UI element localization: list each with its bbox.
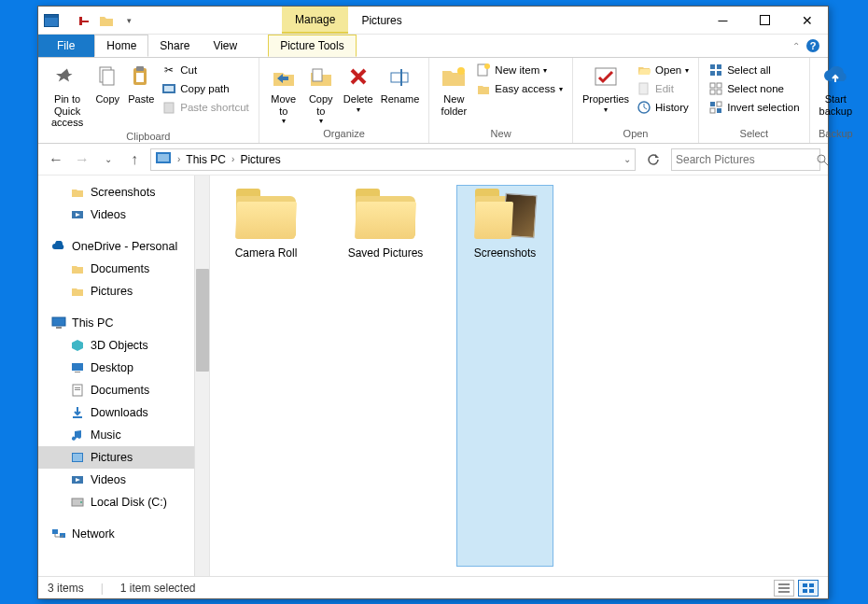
rename-button[interactable]: Rename [377,60,424,107]
nav-onedrive[interactable]: OneDrive - Personal [38,235,209,258]
tab-share[interactable]: Share [148,35,202,57]
svg-rect-18 [400,69,402,86]
svg-rect-11 [136,66,144,71]
nav-forward-button[interactable]: → [72,149,92,170]
qat-dropdown-icon[interactable]: ▾ [119,11,138,30]
nav-onedrive-pictures[interactable]: Pictures [38,280,209,302]
nav-pictures[interactable]: Pictures [38,446,209,469]
cut-button[interactable]: ✂Cut [160,62,251,78]
group-label-new: New [435,128,567,143]
folder-screenshots[interactable]: Screenshots [456,185,553,567]
qat-properties-icon[interactable] [75,11,93,30]
status-selected-count: 1 item selected [120,582,196,595]
select-none-button[interactable]: Select none [707,80,801,97]
svg-point-21 [484,63,490,69]
folder-camera-roll[interactable]: Camera Roll [217,185,315,567]
tab-file[interactable]: File [38,35,94,57]
desktop-icon [70,360,85,375]
select-all-button[interactable]: Select all [707,62,801,78]
nav-quick-folder[interactable]: Screenshots [38,181,209,204]
nav-desktop[interactable]: Desktop [38,357,209,379]
nav-this-pc[interactable]: This PC [38,312,209,334]
documents-icon [70,383,85,398]
search-input[interactable] [676,153,816,166]
history-button[interactable]: History [635,99,691,116]
search-icon[interactable] [816,153,829,166]
svg-point-53 [80,501,82,503]
context-tab-manage[interactable]: Manage [282,7,348,34]
nav-documents[interactable]: Documents [38,379,209,401]
address-dropdown-icon[interactable]: ⌄ [622,154,633,164]
crumb-this-pc[interactable]: This PC [182,153,230,166]
close-button[interactable]: ✕ [786,7,828,34]
minimize-button[interactable]: ─ [702,7,744,34]
move-to-button[interactable]: Move to▾ [265,60,302,127]
nav-videos[interactable]: Videos [38,469,209,491]
nav-network[interactable]: Network [38,523,209,545]
svg-rect-62 [809,589,814,593]
ribbon-group-backup: Start backup Backup [810,58,861,143]
help-icon[interactable]: ? [805,38,820,53]
easy-access-button[interactable]: Easy access ▾ [474,80,565,97]
new-item-button[interactable]: New item ▾ [474,62,565,78]
svg-text:?: ? [810,40,817,51]
nav-3d-objects[interactable]: 3D Objects [38,334,209,357]
svg-rect-48 [73,416,82,418]
tab-home[interactable]: Home [94,35,148,57]
group-label-organize: Organize [265,128,424,143]
videos-icon [70,207,85,222]
delete-button[interactable]: Delete▾ [340,60,377,116]
svg-rect-4 [79,17,82,25]
svg-rect-25 [710,64,715,69]
item-label: Saved Pictures [348,246,424,260]
chevron-right-icon[interactable]: › [175,154,182,164]
qat-folder-icon[interactable] [97,11,116,30]
tab-picture-tools[interactable]: Picture Tools [268,35,356,57]
ribbon-group-select: Select all Select none Invert selection … [699,58,809,143]
ribbon-group-new: New folder New item ▾ Easy access ▾ New [429,58,573,143]
chevron-right-icon[interactable]: › [230,154,236,164]
start-backup-button[interactable]: Start backup [816,60,856,119]
pin-to-quick-access-button[interactable]: Pin to Quick access [44,60,91,131]
copy-button[interactable]: Copy [91,60,124,107]
ribbon-collapse[interactable]: ⌃ ? [785,35,828,57]
navigation-pane[interactable]: Screenshots Videos OneDrive - Personal D… [38,176,210,576]
new-folder-button[interactable]: New folder [435,60,472,119]
svg-rect-31 [710,90,715,94]
properties-button[interactable]: Properties▾ [579,60,633,116]
nav-up-button[interactable]: ↑ [124,149,145,170]
svg-rect-32 [717,90,721,94]
breadcrumb[interactable]: › This PC › Pictures ⌄ [150,148,636,171]
paste-button[interactable]: Paste [124,60,158,107]
nav-local-disk[interactable]: Local Disk (C:) [38,491,209,513]
invert-selection-button[interactable]: Invert selection [707,99,801,116]
view-large-icons-button[interactable] [798,580,819,597]
svg-rect-56 [778,583,790,585]
nav-onedrive-documents[interactable]: Documents [38,258,209,280]
item-view[interactable]: Camera Roll Saved Pictures Screenshots [210,176,828,576]
easy-access-icon [476,81,491,96]
folder-icon [472,189,538,241]
nav-music[interactable]: Music [38,424,209,446]
nav-quick-videos[interactable]: Videos [38,204,209,226]
nav-back-button[interactable]: ← [46,149,66,170]
folder-saved-pictures[interactable]: Saved Pictures [337,185,434,567]
refresh-button[interactable] [641,153,665,166]
copy-path-button[interactable]: Copy path [160,80,251,97]
body: Screenshots Videos OneDrive - Personal D… [38,176,828,576]
nav-scrollbar[interactable] [194,176,209,576]
tab-view[interactable]: View [202,35,249,57]
copy-to-button[interactable]: Copy to▾ [302,60,340,127]
nav-downloads[interactable]: Downloads [38,401,209,424]
search-box[interactable] [671,148,820,171]
delete-icon [343,62,373,91]
invert-selection-icon [708,100,723,115]
edit-button[interactable]: Edit [635,80,691,97]
maximize-button[interactable] [744,7,786,34]
nav-recent-dropdown[interactable]: ⌄ [98,149,119,170]
window-title: Pictures [348,7,414,34]
open-button[interactable]: Open ▾ [635,62,691,78]
view-details-button[interactable] [774,580,794,597]
paste-shortcut-button[interactable]: Paste shortcut [160,99,251,116]
crumb-pictures[interactable]: Pictures [236,153,284,166]
